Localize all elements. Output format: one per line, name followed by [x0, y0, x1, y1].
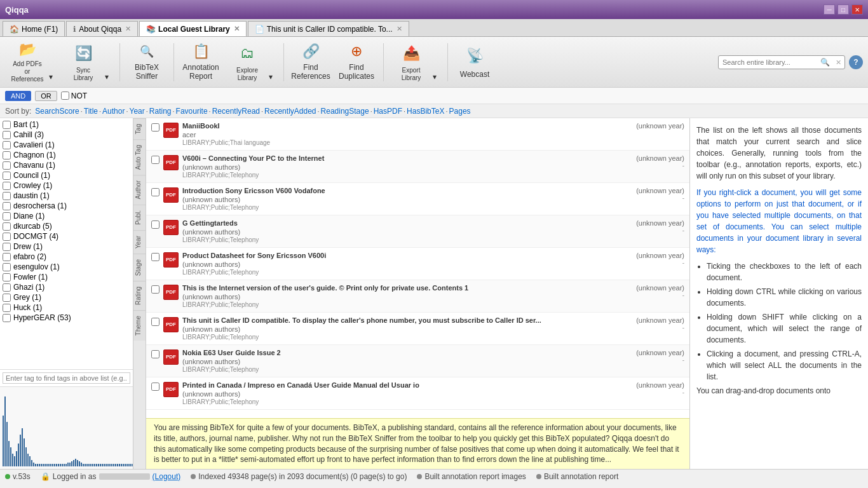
search-clear-icon[interactable]: ✕ [836, 58, 841, 66]
tag-checkbox-11[interactable] [3, 233, 11, 241]
sort-haspdf[interactable]: HasPDF [374, 107, 402, 116]
sort-favourite[interactable]: Favourite [176, 107, 208, 116]
tag-checkbox-19[interactable] [3, 314, 11, 322]
tab-library[interactable]: 📚 Local Guest Library ✕ [139, 21, 247, 36]
bibtex-sniffer-button[interactable]: 🔍 BibTeXSniffer [125, 40, 168, 85]
sort-hasbibtex[interactable]: HasBibTeX [407, 107, 444, 116]
sort-year[interactable]: Year [130, 107, 145, 116]
tab-caller[interactable]: 📄 This unit is Caller ID compatible. To.… [248, 21, 409, 36]
find-duplicates-button[interactable]: ⊕ FindDuplicates [335, 40, 378, 85]
tag-item[interactable]: esengulov (1) [0, 262, 133, 272]
tag-checkbox-16[interactable] [3, 283, 11, 292]
tag-item[interactable]: Diane (1) [0, 211, 133, 221]
tab-about-close[interactable]: ✕ [125, 25, 131, 33]
table-row[interactable]: PDF This unit is Caller ID compatible. T… [146, 313, 689, 345]
side-tab-rating[interactable]: Rating [133, 281, 146, 310]
doc-checkbox-7[interactable] [151, 350, 159, 358]
tag-item[interactable]: Huck (1) [0, 302, 133, 313]
tag-item[interactable]: Bart (1) [0, 119, 133, 130]
tag-checkbox-14[interactable] [3, 263, 11, 271]
close-button[interactable]: ✕ [851, 4, 863, 15]
sort-readingstage[interactable]: ReadingStage [321, 107, 369, 116]
tag-item[interactable]: Council (1) [0, 170, 133, 180]
tag-item[interactable]: Chavanu (1) [0, 160, 133, 170]
doc-checkbox-1[interactable] [151, 156, 159, 164]
tab-caller-close[interactable]: ✕ [397, 25, 402, 33]
webcast-button[interactable]: 📡 Webcast [453, 40, 496, 85]
tag-checkbox-12[interactable] [3, 243, 11, 251]
and-filter[interactable]: AND [5, 91, 31, 101]
doc-checkbox-8[interactable] [151, 383, 159, 391]
add-pdfs-button[interactable]: 📂 Add PDFs or References ▾ [5, 40, 58, 85]
doc-checkbox-0[interactable] [151, 123, 159, 132]
side-tab-author[interactable]: Author [133, 175, 146, 204]
tag-checkbox-4[interactable] [3, 161, 11, 170]
table-row[interactable]: PDF ManiiBookI acer LIBRARY;Public;Thai … [146, 118, 689, 151]
table-row[interactable]: PDF Printed in Canada / Impreso en Canad… [146, 377, 689, 410]
not-checkbox[interactable] [61, 92, 69, 100]
tag-item[interactable]: Drew (1) [0, 241, 133, 252]
or-button[interactable]: OR [35, 91, 57, 101]
maximize-button[interactable]: □ [837, 4, 849, 15]
help-button[interactable]: ? [849, 55, 863, 69]
tab-home[interactable]: 🏠 Home (F1) [3, 21, 65, 36]
and-button[interactable]: AND [5, 91, 31, 101]
sync-library-button[interactable]: 🔄 SyncLibrary ▾ [61, 40, 114, 85]
tag-checkbox-18[interactable] [3, 304, 11, 312]
sort-searchscore[interactable]: SearchScore [35, 107, 79, 116]
not-filter[interactable]: NOT [61, 92, 87, 100]
tag-item[interactable]: dkurcab (5) [0, 221, 133, 231]
tag-item[interactable]: HyperGEAR (53) [0, 313, 133, 323]
tag-checkbox-5[interactable] [3, 172, 11, 180]
export-dropdown[interactable]: ▾ [430, 40, 439, 85]
sort-rating[interactable]: Rating [149, 107, 172, 116]
tag-checkbox-1[interactable] [3, 131, 11, 139]
add-pdfs-dropdown[interactable]: ▾ [46, 40, 55, 85]
tag-checkbox-2[interactable] [3, 141, 11, 149]
tag-checkbox-10[interactable] [3, 222, 11, 231]
sort-recentlyadded[interactable]: RecentlyAdded [264, 107, 316, 116]
table-row[interactable]: PDF Product Datasheet for Sony Ericsson … [146, 248, 689, 280]
logout-link[interactable]: (Logout) [153, 472, 181, 481]
side-tab-publ[interactable]: Publ. [133, 205, 146, 230]
export-library-button[interactable]: 📤 ExportLibrary ▾ [389, 40, 442, 85]
side-tab-autotag[interactable]: Auto Tag [133, 139, 146, 175]
table-row[interactable]: PDF This is the Internet version of the … [146, 280, 689, 313]
doc-checkbox-5[interactable] [151, 285, 159, 294]
sort-pages[interactable]: Pages [449, 107, 471, 116]
table-row[interactable]: PDF G Gettingtarteds (unknown authors) L… [146, 215, 689, 248]
minimize-button[interactable]: ─ [824, 4, 835, 15]
tag-item[interactable]: Cahill (3) [0, 130, 133, 140]
tag-item[interactable]: Cavalieri (1) [0, 140, 133, 150]
doc-checkbox-3[interactable] [151, 220, 159, 229]
explore-dropdown[interactable]: ▾ [266, 40, 275, 85]
tag-item[interactable]: desrochersa (1) [0, 201, 133, 211]
tag-checkbox-0[interactable] [3, 121, 11, 129]
doc-checkbox-4[interactable] [151, 253, 159, 261]
tab-library-close[interactable]: ✕ [234, 25, 240, 33]
side-tab-year[interactable]: Year [133, 230, 146, 254]
tag-checkbox-15[interactable] [3, 273, 11, 281]
tag-checkbox-8[interactable] [3, 202, 11, 210]
doc-checkbox-2[interactable] [151, 188, 159, 196]
tag-checkbox-17[interactable] [3, 294, 11, 302]
tag-item[interactable]: Fowler (1) [0, 272, 133, 282]
tag-item[interactable]: Grey (1) [0, 292, 133, 302]
sync-dropdown[interactable]: ▾ [102, 40, 111, 85]
table-row[interactable]: PDF V600i – Connecting Your PC to the In… [146, 151, 689, 183]
sort-title[interactable]: Title [84, 107, 98, 116]
tag-item[interactable]: daustin (1) [0, 191, 133, 201]
side-tab-tag[interactable]: Tag [133, 118, 146, 139]
tag-checkbox-6[interactable] [3, 182, 11, 190]
doc-checkbox-6[interactable] [151, 318, 159, 326]
tag-search-input[interactable] [3, 372, 130, 384]
annotation-report-button[interactable]: 📋 AnnotationReport [179, 40, 222, 85]
sort-author[interactable]: Author [102, 107, 125, 116]
tag-checkbox-7[interactable] [3, 192, 11, 200]
side-tab-stage[interactable]: Stage [133, 254, 146, 281]
tag-checkbox-3[interactable] [3, 151, 11, 159]
tag-item[interactable]: Ghazi (1) [0, 282, 133, 292]
tag-item[interactable]: DOCMGT (4) [0, 231, 133, 241]
explore-library-button[interactable]: 🗂 ExploreLibrary ▾ [225, 40, 278, 85]
tag-item[interactable]: Crowley (1) [0, 180, 133, 191]
